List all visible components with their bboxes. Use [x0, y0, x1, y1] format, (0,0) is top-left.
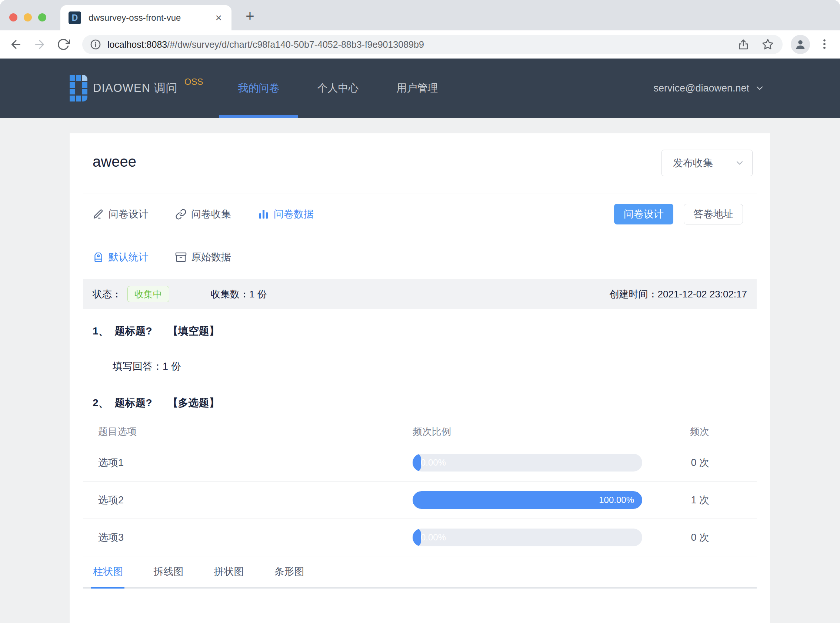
browser-tab-strip: D dwsurvey-oss-front-vue × + — [0, 0, 840, 31]
chart-type-tabs: 柱状图 拆线图 拼状图 条形图 — [83, 556, 757, 589]
forward-icon[interactable] — [33, 38, 46, 51]
site-info-icon[interactable] — [90, 38, 101, 51]
tab-label: 问卷数据 — [274, 207, 314, 221]
stat-tabs-row: 默认统计 原始数据 — [70, 235, 770, 279]
survey-card: aweee 发布收集 问卷设计 — [70, 134, 770, 623]
tab-track — [83, 587, 757, 589]
favicon-icon: D — [69, 11, 81, 24]
window-zoom-button[interactable] — [38, 13, 46, 21]
nav-item-user-management[interactable]: 用户管理 — [377, 58, 457, 118]
pencil-icon — [93, 209, 104, 220]
window-minimize-button[interactable] — [24, 13, 32, 21]
status-bar: 状态： 收集中 收集数：1 份 创建时间：2021-12-02 23:02:17 — [83, 279, 757, 309]
url-path: /#/dw/survey/d/chart/c98fa140-50b7-4052-… — [167, 39, 424, 50]
share-icon[interactable] — [737, 38, 749, 51]
options-table: 题目选项 频次比例 频次 选项1 0.00% 0 次 选项2 — [83, 420, 757, 556]
tab-survey-data[interactable]: 问卷数据 — [258, 207, 314, 221]
header-frequency: 频次 — [642, 425, 757, 438]
header-option: 题目选项 — [83, 425, 412, 438]
address-bar[interactable]: localhost:8083/#/dw/survey/d/chart/c98fa… — [82, 35, 783, 54]
card-header: aweee 发布收集 — [70, 134, 770, 193]
header-actions: 问卷设计 答卷地址 — [614, 204, 743, 224]
percent-label: 0.00% — [421, 529, 446, 546]
page-background: aweee 发布收集 问卷设计 — [0, 118, 840, 623]
table-header-row: 题目选项 频次比例 频次 — [83, 420, 757, 444]
tab-raw-data[interactable]: 原始数据 — [175, 250, 231, 264]
tag-icon — [93, 252, 104, 263]
tab-pie-chart[interactable]: 拼状图 — [213, 565, 244, 578]
link-icon — [175, 209, 187, 220]
tab-label: 默认统计 — [109, 250, 149, 264]
table-row: 选项3 0.00% 0 次 — [83, 519, 757, 556]
app-header: DIAOWEN 调问 OSS 我的问卷 个人中心 用户管理 service@di… — [0, 58, 840, 118]
percent-label: 100.00% — [599, 495, 634, 505]
answer-url-button[interactable]: 答卷地址 — [684, 204, 743, 224]
diaowen-logo-icon — [70, 75, 87, 101]
tab-line-chart[interactable]: 拆线图 — [153, 565, 184, 578]
option-label: 选项3 — [83, 531, 412, 544]
user-menu[interactable]: service@diaowen.net — [653, 83, 840, 94]
count-value: 0 次 — [642, 531, 757, 544]
option-label: 选项1 — [83, 456, 412, 469]
new-tab-button[interactable]: + — [242, 8, 259, 25]
window-close-button[interactable] — [9, 13, 17, 21]
tab-bar-chart[interactable]: 条形图 — [274, 565, 305, 578]
collect-count: 收集数：1 份 — [211, 288, 267, 301]
active-tab-indicator — [91, 587, 124, 589]
browser-profile-avatar[interactable] — [791, 35, 810, 54]
nav-item-my-surveys[interactable]: 我的问卷 — [219, 58, 298, 118]
bookmark-star-icon[interactable] — [762, 38, 774, 51]
tab-title: dwsurvey-oss-front-vue — [89, 12, 214, 23]
dropdown-label: 发布收集 — [673, 156, 734, 170]
url-text[interactable]: localhost:8083/#/dw/survey/d/chart/c98fa… — [107, 39, 737, 50]
tab-close-icon[interactable]: × — [214, 11, 223, 24]
tab-survey-collect[interactable]: 问卷收集 — [175, 207, 231, 221]
back-icon[interactable] — [9, 38, 23, 51]
user-email: service@diaowen.net — [653, 83, 749, 94]
tab-label: 问卷收集 — [191, 207, 231, 221]
tab-default-stats[interactable]: 默认统计 — [93, 250, 149, 264]
archive-icon — [175, 252, 187, 263]
status-label: 状态： — [93, 288, 121, 301]
browser-tab[interactable]: D dwsurvey-oss-front-vue × — [60, 5, 231, 31]
count-value: 1 次 — [642, 493, 757, 507]
option-label: 选项2 — [83, 493, 412, 507]
tab-label: 原始数据 — [191, 250, 231, 264]
browser-window: D dwsurvey-oss-front-vue × + localhost:8… — [0, 0, 840, 623]
survey-tabs-row: 问卷设计 问卷收集 问卷数据 问卷设计 答卷地址 — [70, 193, 770, 235]
bar-chart-icon — [258, 209, 269, 220]
survey-title: aweee — [93, 153, 136, 170]
question-1-title: 1、 题标题? 【填空题】 — [93, 324, 747, 338]
brand-name: DIAOWEN 调问 — [93, 80, 178, 96]
progress-bar: 100.00% — [412, 491, 642, 509]
header-frequency-ratio: 频次比例 — [412, 425, 642, 438]
nav-item-personal-center[interactable]: 个人中心 — [298, 58, 377, 118]
tab-survey-design[interactable]: 问卷设计 — [93, 207, 149, 221]
count-value: 0 次 — [642, 456, 757, 469]
created-time: 创建时间：2021-12-02 23:02:17 — [610, 288, 747, 301]
traffic-lights — [9, 13, 46, 21]
url-host: localhost:8083 — [107, 39, 167, 50]
progress-fill — [412, 529, 421, 546]
tab-column-chart[interactable]: 柱状图 — [93, 565, 124, 578]
main-nav: 我的问卷 个人中心 用户管理 — [219, 58, 457, 118]
question-1-answer-count: 填写回答：1 份 — [113, 360, 747, 373]
chevron-down-icon — [754, 83, 765, 94]
brand-oss-badge: OSS — [184, 77, 203, 87]
question-2-title: 2、 题标题? 【多选题】 — [93, 396, 747, 410]
publish-collect-dropdown[interactable]: 发布收集 — [662, 150, 753, 176]
chevron-down-icon — [734, 158, 745, 168]
survey-design-button[interactable]: 问卷设计 — [614, 204, 673, 224]
progress-fill: 100.00% — [412, 491, 642, 509]
progress-bar: 0.00% — [412, 454, 642, 471]
table-row: 选项1 0.00% 0 次 — [83, 444, 757, 482]
browser-menu-icon[interactable] — [818, 38, 831, 51]
reload-icon[interactable] — [57, 38, 70, 51]
table-row: 选项2 100.00% 1 次 — [83, 482, 757, 519]
status-badge: 收集中 — [127, 286, 169, 302]
percent-label: 0.00% — [421, 454, 446, 471]
browser-toolbar: localhost:8083/#/dw/survey/d/chart/c98fa… — [0, 31, 840, 58]
progress-fill — [412, 454, 421, 471]
progress-bar: 0.00% — [412, 529, 642, 546]
tab-label: 问卷设计 — [109, 207, 149, 221]
